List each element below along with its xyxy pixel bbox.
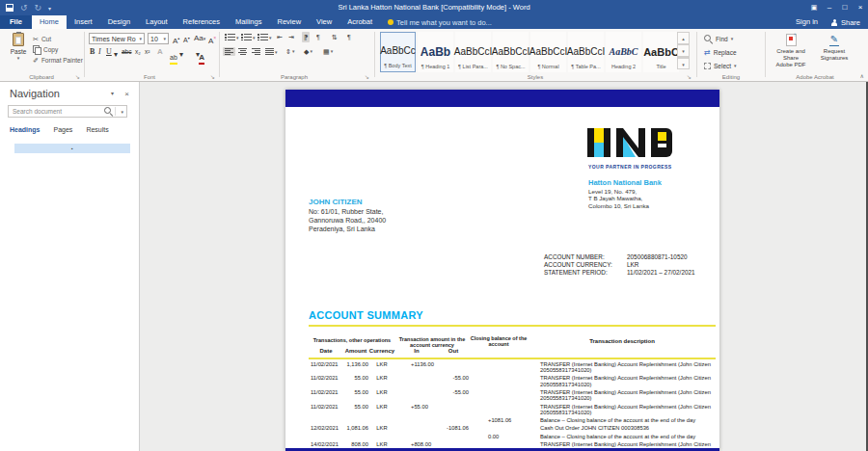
replace-button[interactable]: ⇄ Replace [704,46,737,58]
nav-options-icon[interactable]: ▾ [111,90,114,96]
search-box: ▾ [8,105,127,118]
highlight-dropdown-icon[interactable]: ▾ [179,49,183,61]
shrink-font-button[interactable]: A▾ [183,33,190,45]
tab-home[interactable]: Home [32,15,67,29]
sort-button[interactable]: ⇅ [332,33,338,41]
minimize-button[interactable]: – [822,0,837,15]
nav-tab-pages[interactable]: Pages [54,126,73,133]
tab-references[interactable]: References [176,15,228,29]
line-spacing-button[interactable]: ⇕▾ [285,47,294,56]
find-button[interactable]: Find ▾ [704,33,733,44]
justify-button[interactable]: ▾ [265,48,278,55]
clear-formatting-button[interactable]: A× [208,33,216,46]
nav-tab-results[interactable]: Results [86,126,108,133]
styles-scroll-up[interactable]: ▴ [677,32,690,44]
cell-out: -1081.06 [438,425,469,431]
tab-view[interactable]: View [309,15,339,29]
nav-tab-headings[interactable]: Headings [10,126,41,133]
numbering-button[interactable]: ▾ [241,34,256,40]
subscript-button[interactable]: x₂ [135,46,141,58]
style-item[interactable]: AaBbCTitle [643,32,679,72]
align-center-button[interactable] [238,48,247,55]
bold-button[interactable]: B [90,46,95,58]
search-input[interactable] [9,108,104,115]
create-pdf-button[interactable]: ↑ Create and Share Adobe PDF [770,34,812,68]
collapse-ribbon-icon[interactable]: ∧ [860,72,864,79]
search-dropdown-icon[interactable]: ▾ [118,109,126,115]
cell-currency: LKR [368,404,395,416]
grow-font-button[interactable]: A▴ [173,33,179,46]
cell-currency [368,417,395,423]
cell-date: 11/02/2021 [309,404,343,416]
bullets-button[interactable]: ▾ [225,34,239,40]
cell-currency: LKR [368,375,395,387]
font-color-button[interactable]: A [199,52,204,64]
request-signatures-button[interactable]: ✎ Request Signatures [813,34,855,62]
style-item[interactable]: AaBbCcI¶ No Spac... [493,32,529,72]
clipboard-dialog-launcher[interactable]: ↘ [75,73,80,80]
nav-close-icon[interactable]: × [124,90,129,98]
table-group-headers: Transactions, other operations Transacti… [309,332,716,348]
styles-scroll-down[interactable]: ▾ [677,44,690,57]
tab-insert[interactable]: Insert [67,15,100,29]
borders-button[interactable]: ▦▾ [323,47,333,56]
styles-more-button[interactable]: ▾ [677,57,690,69]
tab-acrobat[interactable]: Acrobat [339,15,380,29]
select-button[interactable]: Select ▾ [704,60,737,71]
nav-heading-item[interactable]: ▪ [14,144,130,153]
style-label: ¶ Normal [537,64,558,69]
highlight-button[interactable]: ab [170,52,177,64]
tell-me-box[interactable]: Tell me what you want to do... [388,15,492,29]
change-case-button[interactable]: Aa▾ [194,33,205,44]
cut-button[interactable]: ✂ Cut [33,34,51,43]
rtl-text-direction-button[interactable]: ¶ [316,33,320,41]
page[interactable]: YOUR PARTNER IN PROGRESS Hatton National… [285,90,719,451]
tab-layout[interactable]: Layout [138,15,176,29]
decrease-indent-button[interactable]: ⇤ [277,33,283,41]
shading-button[interactable]: ◆▾ [304,47,312,56]
maximize-button[interactable]: □ [837,0,853,15]
increase-indent-button[interactable]: ⇥ [288,33,294,41]
align-right-button[interactable] [252,48,260,55]
format-painter-button[interactable]: ✐ Format Painter [33,55,83,65]
font-size-select[interactable]: 10 ▾ [148,33,169,44]
underline-dropdown-icon[interactable]: ▾ [114,49,118,61]
group-header-operations: Transactions, other operations [309,337,395,348]
paste-button[interactable]: Paste ▾ [6,33,31,61]
editing-group-label: Editing [712,74,750,80]
style-item[interactable]: AaBb¶ Heading 1 [418,32,453,72]
ribbon-display-options-icon[interactable]: ▣ [806,0,822,15]
tab-design[interactable]: Design [100,15,138,29]
close-button[interactable]: × [853,0,868,15]
tab-mailings[interactable]: Mailings [228,15,270,29]
font-color-dropdown-icon[interactable]: ▾ [196,49,200,61]
copy-button[interactable]: Copy [33,44,58,54]
text-effects-button[interactable]: A [157,46,163,58]
paste-dropdown-icon[interactable]: ▾ [17,55,20,61]
tab-review[interactable]: Review [269,15,309,29]
multilevel-list-button[interactable]: ▾ [258,34,272,40]
magnifier-icon[interactable] [104,107,113,116]
styles-dialog-launcher[interactable]: ↘ [687,73,692,80]
style-item[interactable]: AaBbCcI¶ Normal [530,32,566,72]
paragraph-dialog-launcher[interactable]: ↘ [365,73,369,80]
align-left-button[interactable] [223,47,235,56]
cell-date [309,434,343,439]
style-item[interactable]: AaBbCcI¶ List Para... [455,32,491,72]
font-dialog-launcher[interactable]: ↘ [210,73,215,80]
italic-button[interactable]: I [98,46,101,58]
strikethrough-button[interactable]: abc [122,46,131,58]
superscript-button[interactable]: x² [145,46,149,58]
font-name-select[interactable]: Times New Ro ▾ [89,33,145,44]
style-item[interactable]: AaBbCc¶ Body Text [380,32,416,72]
underline-button[interactable]: U [106,46,112,58]
style-item[interactable]: AaBbCcI¶ Table Pa... [568,32,604,72]
account-info-value: LKR [627,261,638,268]
show-formatting-marks-button[interactable]: ¶ [347,33,351,41]
share-button[interactable]: Share [831,15,860,29]
ltr-text-direction-button[interactable]: ⁋ [302,32,310,42]
align-center-icon [238,48,247,55]
sign-in-button[interactable]: Sign in [796,15,818,29]
style-item[interactable]: AaBbCHeading 2 [606,32,641,72]
tab-file[interactable]: File [0,15,32,29]
